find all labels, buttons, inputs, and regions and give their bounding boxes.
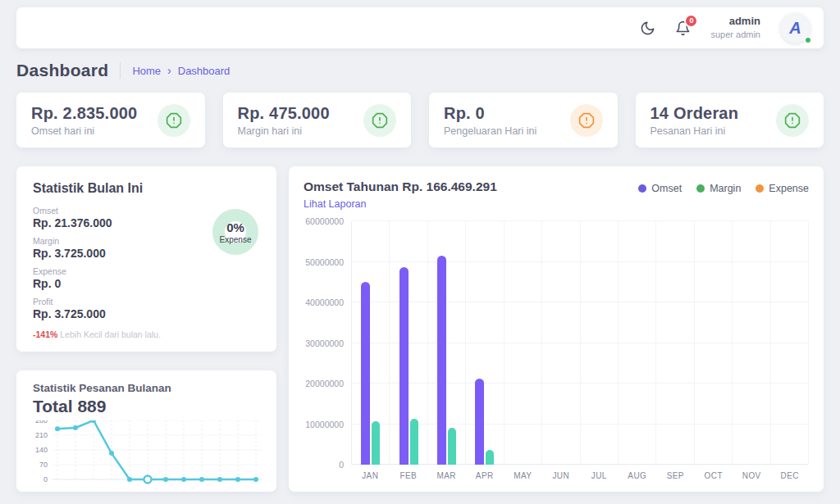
- stat-text: Rp. 2.835.000 Omset hari ini: [31, 104, 137, 137]
- monthly-orders-card: Statistik Pesanan Bulanan Total 889 0701…: [16, 370, 276, 492]
- x-axis-label: MAR: [427, 471, 466, 480]
- stat-cards-row: Rp. 2.835.000 Omset hari ini Rp. 475.000…: [16, 93, 824, 148]
- bar-group: [695, 221, 733, 465]
- monthly-stat-label: Expense: [33, 266, 260, 276]
- y-axis-label: 140: [35, 446, 48, 454]
- legend-item[interactable]: Omset: [638, 183, 682, 194]
- line-point: [127, 477, 132, 482]
- highlighted-line-point: [144, 476, 152, 484]
- bar-chart-plot: [351, 221, 809, 465]
- bar-group: [771, 221, 809, 465]
- x-axis-label: MAY: [504, 471, 542, 480]
- bar-chart-plot-column: JANFEBMARAPRMAYJUNJULAUGSEPOCTNOVDEC: [351, 221, 809, 480]
- breadcrumb-home-link[interactable]: Home: [132, 65, 161, 77]
- bar-group: [504, 221, 542, 465]
- bar-chart-x-axis: JANFEBMARAPRMAYJUNJULAUGSEPOCTNOVDEC: [351, 471, 809, 480]
- line-point: [199, 477, 204, 482]
- stat-label: Pesanan Hari ini: [651, 125, 739, 137]
- x-axis-label: SEP: [656, 471, 695, 480]
- breadcrumb-divider: [120, 62, 121, 79]
- annual-bar-chart: 0100000002000000030000000400000005000000…: [304, 221, 809, 480]
- bar-group: [733, 221, 770, 465]
- theme-toggle-button[interactable]: [640, 20, 655, 36]
- bar-group: [428, 221, 466, 465]
- stat-text: Rp. 0 Pengeluaran Hari ini: [444, 104, 536, 137]
- line-point: [235, 477, 240, 482]
- legend-dot-icon: [696, 184, 705, 193]
- x-axis-label: NOV: [733, 471, 771, 480]
- monthly-stat-row: Expense Rp. 0: [33, 266, 260, 291]
- stat-label: Omset hari ini: [31, 125, 137, 137]
- monthly-orders-total: Total 889: [33, 397, 265, 416]
- breadcrumb-current[interactable]: Dashboard: [178, 65, 231, 77]
- stat-card: Rp. 2.835.000 Omset hari ini: [16, 93, 205, 148]
- omset-bar: [475, 379, 484, 465]
- y-axis-label: 20000000: [305, 379, 344, 388]
- monthly-stat-label: Profit: [33, 297, 260, 306]
- moon-icon: [640, 20, 655, 36]
- alert-octagon-icon: [363, 104, 396, 137]
- line-point: [73, 425, 78, 430]
- legend-label: Expense: [769, 183, 809, 194]
- monthly-orders-line-chart: 070140210280: [28, 420, 265, 486]
- stat-value: 14 Orderan: [651, 104, 739, 123]
- x-axis-label: FEB: [390, 471, 428, 480]
- legend-label: Margin: [710, 183, 741, 194]
- notification-badge: 0: [684, 14, 698, 28]
- line-point: [109, 451, 114, 456]
- x-axis-label: JAN: [351, 471, 390, 480]
- avatar[interactable]: A: [780, 13, 810, 43]
- stat-card: Rp. 475.000 Margin hari ini: [223, 93, 412, 148]
- stat-text: Rp. 475.000 Margin hari ini: [238, 104, 330, 137]
- user-name: admin: [710, 15, 760, 29]
- stat-label: Pengeluaran Hari ini: [444, 125, 536, 137]
- header-bar: 0 admin super admin A: [16, 7, 824, 48]
- legend-dot-icon: [638, 184, 646, 193]
- line-point: [55, 426, 60, 431]
- monthly-stats-card: Statistik Bulan Ini Omset Rp. 21.376.000…: [16, 166, 276, 352]
- page-title: Dashboard: [16, 61, 108, 80]
- annual-title-block: Omset Tahunan Rp. 166.469.291 Lihat Lapo…: [304, 179, 497, 210]
- x-axis-label: JUL: [580, 471, 619, 480]
- alert-octagon-icon: [570, 104, 603, 137]
- x-axis-label: AUG: [619, 471, 657, 480]
- line-point: [253, 477, 258, 482]
- avatar-letter: A: [789, 19, 801, 38]
- legend-item[interactable]: Expense: [756, 183, 809, 194]
- y-axis-label: 210: [35, 431, 48, 439]
- bar-group: [619, 221, 656, 465]
- stat-card: 14 Orderan Pesanan Hari ini: [636, 93, 824, 148]
- omset-bar: [437, 256, 446, 465]
- stat-label: Margin hari ini: [238, 125, 330, 137]
- stat-value: Rp. 0: [444, 104, 536, 123]
- alert-octagon-icon: [776, 104, 809, 137]
- margin-bar: [410, 419, 418, 465]
- annual-card-header: Omset Tahunan Rp. 166.469.291 Lihat Lapo…: [304, 179, 809, 210]
- y-axis-label: 50000000: [305, 257, 344, 267]
- y-axis-label: 10000000: [305, 420, 344, 429]
- monthly-orders-title: Statistik Pesanan Bulanan: [33, 382, 265, 394]
- line-point: [217, 477, 222, 482]
- legend-item[interactable]: Margin: [696, 183, 741, 194]
- x-axis-label: OCT: [695, 471, 733, 480]
- omset-bar: [399, 267, 409, 465]
- user-menu[interactable]: admin super admin: [710, 15, 760, 40]
- online-status-dot: [804, 36, 812, 44]
- monthly-stats-title: Statistik Bulan Ini: [33, 181, 260, 196]
- x-axis-label: APR: [466, 471, 504, 480]
- line-chart-svg: 070140210280: [28, 420, 262, 486]
- bar-group: [581, 221, 619, 465]
- y-axis-label: 30000000: [305, 338, 344, 348]
- annual-omset-card: Omset Tahunan Rp. 166.469.291 Lihat Lapo…: [289, 166, 824, 492]
- expense-donut-chart: 0% Expense: [212, 209, 258, 255]
- x-axis-label: JUN: [542, 471, 581, 480]
- margin-bar: [372, 421, 380, 465]
- notifications-button[interactable]: 0: [675, 20, 691, 36]
- chevron-right-icon: ›: [167, 65, 171, 76]
- donut-label: Expense: [220, 235, 252, 244]
- monthly-stat-value: Rp. 0: [33, 277, 260, 291]
- view-report-link[interactable]: Lihat Laporan: [304, 198, 497, 210]
- breadcrumb: Home › Dashboard: [132, 65, 230, 77]
- line-point: [163, 477, 168, 482]
- y-axis-label: 40000000: [305, 297, 344, 307]
